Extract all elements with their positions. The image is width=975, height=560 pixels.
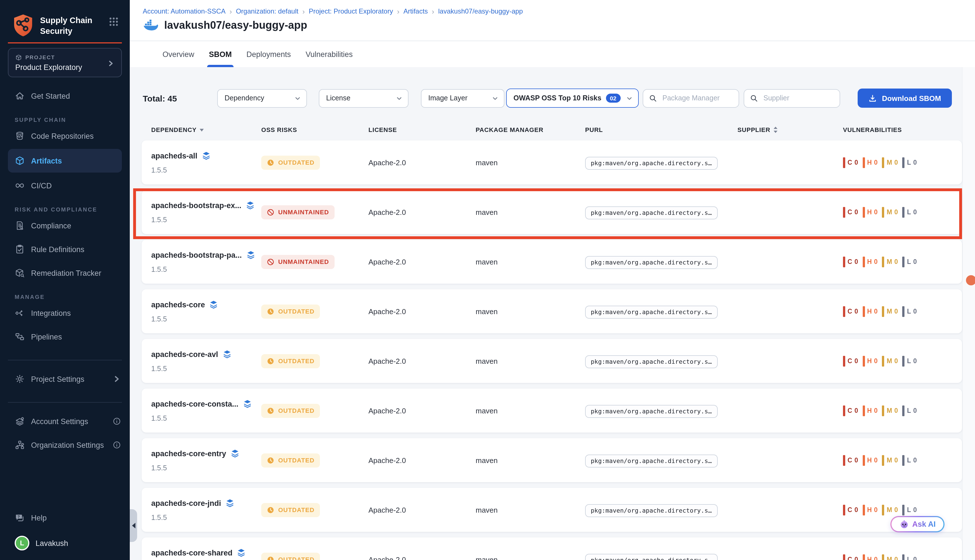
tab-vulnerabilities[interactable]: Vulnerabilities xyxy=(306,41,353,67)
sidebar-item-help[interactable]: ? Help xyxy=(0,506,130,530)
home-icon xyxy=(15,91,25,101)
sidebar-item-code-repositories[interactable]: Code Repositories xyxy=(0,124,130,148)
owasp-oss-filter[interactable]: OWASP OSS Top 10 Risks 02 xyxy=(506,88,639,108)
download-sbom-label: Download SBOM xyxy=(882,94,941,102)
purl-chip[interactable]: pkg:maven/org.apache.directory.s… xyxy=(585,554,718,560)
ask-ai-button[interactable]: Ask AI xyxy=(890,516,945,532)
oss-risk-badge: UNMAINTAINED xyxy=(261,255,335,269)
severity-bar xyxy=(882,505,885,515)
package-manager-value: maven xyxy=(476,158,585,167)
package-manager-search xyxy=(643,89,739,107)
license-value: Apache-2.0 xyxy=(369,406,476,415)
license-value: Apache-2.0 xyxy=(369,357,476,365)
table-row[interactable]: apacheds-core-entry1.5.5OUTDATEDApache-2… xyxy=(142,438,962,482)
sidebar-item-account-settings[interactable]: Account Settings xyxy=(0,410,130,433)
oss-risk-badge: OUTDATED xyxy=(261,155,320,170)
purl-chip[interactable]: pkg:maven/org.apache.directory.s… xyxy=(585,256,718,269)
sidebar-item-compliance[interactable]: Compliance xyxy=(0,214,130,237)
severity-count: 0 xyxy=(894,308,898,315)
vuln-low: L0 xyxy=(903,157,917,168)
layers-icon xyxy=(202,151,211,160)
sbom-content: Total: 45 DependencyLicenseImage Layer O… xyxy=(130,67,975,560)
severity-count: 0 xyxy=(913,507,917,513)
severity-letter: M xyxy=(887,457,892,463)
severity-letter: C xyxy=(848,507,852,513)
sidebar-item-get-started[interactable]: Get Started xyxy=(0,84,130,108)
breadcrumb-link[interactable]: Project: Product Exploratory xyxy=(309,7,393,15)
breadcrumb-link[interactable]: lavakush07/easy-buggy-app xyxy=(438,7,523,15)
table-row[interactable]: apacheds-core-jndi1.5.5OUTDATEDApache-2.… xyxy=(142,488,962,532)
oss-risk-badge: OUTDATED xyxy=(261,304,320,318)
severity-letter: M xyxy=(887,507,892,513)
purl-chip[interactable]: pkg:maven/org.apache.directory.s… xyxy=(585,207,718,219)
dependency-name-text: apacheds-core-consta... xyxy=(151,400,239,408)
table-row[interactable]: apacheds-core-avl1.5.5OUTDATEDApache-2.0… xyxy=(142,339,962,383)
purl-chip[interactable]: pkg:maven/org.apache.directory.s… xyxy=(585,306,718,318)
purl-chip[interactable]: pkg:maven/org.apache.directory.s… xyxy=(585,355,718,368)
purl-chip[interactable]: pkg:maven/org.apache.directory.s… xyxy=(585,455,718,468)
ban-icon xyxy=(267,208,274,216)
breadcrumb-link[interactable]: Organization: default xyxy=(236,7,299,15)
gear-icon xyxy=(15,374,25,384)
filter-dropdown-dependency[interactable]: Dependency xyxy=(217,89,307,107)
column-header-label: VULNERABILITIES xyxy=(843,126,902,133)
table-row[interactable]: apacheds-core-shared1.5.5OUTDATEDApache-… xyxy=(142,537,962,560)
column-header-dependency[interactable]: DEPENDENCY xyxy=(151,126,261,134)
purl-chip[interactable]: pkg:maven/org.apache.directory.s… xyxy=(585,157,718,170)
sidebar-item-pipelines[interactable]: Pipelines xyxy=(0,325,130,348)
filter-dropdown-image-layer[interactable]: Image Layer xyxy=(421,89,504,107)
sidebar-item-organization-settings[interactable]: Organization Settings xyxy=(0,433,130,457)
sidebar-item-project-settings[interactable]: Project Settings xyxy=(0,367,130,391)
package-manager-search-input[interactable] xyxy=(661,93,733,103)
breadcrumb-link[interactable]: Artifacts xyxy=(404,7,428,15)
table-row[interactable]: apacheds-bootstrap-ex...1.5.5UNMAINTAINE… xyxy=(142,190,962,234)
tab-sbom[interactable]: SBOM xyxy=(209,41,232,67)
vuln-low: L0 xyxy=(903,554,917,560)
oss-risk-badge: OUTDATED xyxy=(261,552,320,560)
package-manager-value: maven xyxy=(476,257,585,266)
download-sbom-button[interactable]: Download SBOM xyxy=(858,88,952,108)
severity-bar xyxy=(882,455,885,465)
severity-bar xyxy=(862,256,865,267)
column-header-purl: PURL xyxy=(585,126,738,134)
sidebar-item-label: Code Repositories xyxy=(31,132,93,140)
filter-dropdown-label: Dependency xyxy=(225,94,264,102)
project-selector[interactable]: PROJECT Product Exploratory xyxy=(8,48,122,77)
column-header-license: LICENSE xyxy=(369,126,476,134)
purl-chip[interactable]: pkg:maven/org.apache.directory.s… xyxy=(585,405,718,418)
module-grid-icon[interactable] xyxy=(109,17,119,27)
sidebar-item-integrations[interactable]: Integrations xyxy=(0,301,130,325)
table-row[interactable]: apacheds-bootstrap-pa...1.5.5UNMAINTAINE… xyxy=(142,240,962,284)
sidebar-collapse-handle[interactable] xyxy=(130,509,137,542)
breadcrumb-link[interactable]: Account: Automation-SSCA xyxy=(143,7,226,15)
severity-bar xyxy=(862,306,865,317)
vuln-high: H0 xyxy=(862,306,877,317)
license-value: Apache-2.0 xyxy=(369,158,476,167)
ask-ai-label: Ask AI xyxy=(912,520,935,528)
column-header-supplier[interactable]: SUPPLIER xyxy=(738,126,843,134)
sidebar-item-remediation-tracker[interactable]: Remediation Tracker xyxy=(0,261,130,285)
vuln-high: H0 xyxy=(862,355,877,366)
table-row[interactable]: apacheds-core-consta...1.5.5OUTDATEDApac… xyxy=(142,388,962,433)
supplier-search-input[interactable] xyxy=(762,93,834,103)
sidebar-item-rule-definitions[interactable]: Rule Definitions xyxy=(0,237,130,261)
severity-bar xyxy=(882,207,885,217)
purl-chip[interactable]: pkg:maven/org.apache.directory.s… xyxy=(585,504,718,517)
column-header-oss-risks: OSS RISKS xyxy=(261,126,369,134)
sidebar-user[interactable]: L Lavakush xyxy=(0,530,130,557)
severity-bar xyxy=(862,405,865,416)
tab-label: SBOM xyxy=(209,50,232,58)
scrollbar-track[interactable] xyxy=(962,67,975,560)
sidebar-item-artifacts[interactable]: Artifacts xyxy=(8,149,122,173)
tab-deployments[interactable]: Deployments xyxy=(247,41,291,67)
table-row[interactable]: apacheds-core1.5.5OUTDATEDApache-2.0mave… xyxy=(142,289,962,333)
avatar-initial: L xyxy=(20,539,24,547)
severity-bar xyxy=(862,455,865,465)
app-window: Supply Chain Security PROJECT Product Ex… xyxy=(0,0,975,560)
column-header-label: DEPENDENCY xyxy=(151,126,197,133)
svg-text:?: ? xyxy=(17,515,20,519)
sidebar-item-ci-cd[interactable]: CI/CD xyxy=(0,174,130,197)
tab-overview[interactable]: Overview xyxy=(162,41,194,67)
filter-dropdown-license[interactable]: License xyxy=(319,89,409,107)
table-row[interactable]: apacheds-all1.5.5OUTDATEDApache-2.0maven… xyxy=(142,140,962,184)
